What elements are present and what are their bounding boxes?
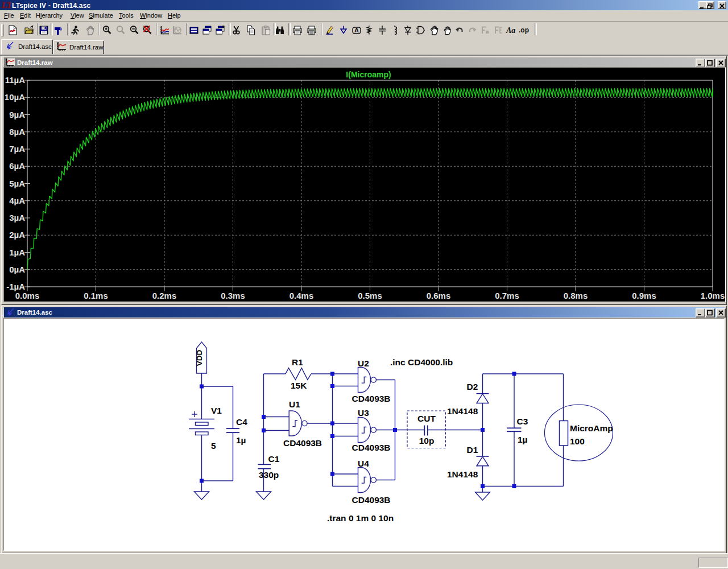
svg-text:VDD: VDD — [195, 350, 204, 366]
svg-text:V1: V1 — [211, 406, 222, 415]
svg-text:0.6ms: 0.6ms — [427, 291, 451, 300]
svg-text:1N4148: 1N4148 — [447, 469, 478, 479]
svg-text:0.0ms: 0.0ms — [15, 291, 40, 300]
svg-text:0.8ms: 0.8ms — [564, 291, 588, 300]
svg-text:100: 100 — [570, 436, 585, 446]
svg-text:CD4093B: CD4093B — [352, 394, 391, 403]
svg-text:0.1ms: 0.1ms — [84, 291, 108, 300]
svg-text:.inc CD4000.lib: .inc CD4000.lib — [390, 357, 453, 367]
svg-text:C1: C1 — [268, 454, 280, 464]
svg-text:1µA: 1µA — [9, 248, 25, 257]
svg-text:1.0ms: 1.0ms — [701, 291, 725, 300]
svg-text:CD4093B: CD4093B — [352, 443, 391, 452]
svg-text:15K: 15K — [291, 381, 307, 390]
svg-text:U1: U1 — [289, 399, 300, 409]
svg-text:0.3ms: 0.3ms — [221, 291, 245, 300]
svg-text:C3: C3 — [517, 417, 528, 426]
svg-text:I(Microamp): I(Microamp) — [346, 70, 391, 79]
svg-text:D1: D1 — [467, 445, 478, 455]
svg-text:10µA: 10µA — [5, 92, 25, 102]
svg-text:0.9ms: 0.9ms — [632, 291, 656, 300]
svg-text:6µA: 6µA — [9, 161, 25, 171]
svg-text:.op: .op — [519, 26, 529, 34]
svg-text:U2: U2 — [358, 358, 369, 368]
svg-text:CD4093B: CD4093B — [283, 438, 322, 448]
svg-text:1µ: 1µ — [518, 435, 528, 444]
svg-text:A: A — [354, 27, 359, 34]
svg-text:.tran 0 1m 0 10n: .tran 0 1m 0 10n — [327, 513, 394, 523]
svg-text:U3: U3 — [358, 408, 369, 418]
svg-text:8µA: 8µA — [9, 127, 25, 137]
svg-text:0.2ms: 0.2ms — [152, 291, 177, 300]
svg-text:7µA: 7µA — [9, 144, 25, 154]
svg-text:U4: U4 — [358, 459, 369, 468]
svg-text:0.4ms: 0.4ms — [289, 291, 314, 300]
svg-text:9µA: 9µA — [9, 110, 25, 119]
svg-text:330p: 330p — [259, 470, 279, 480]
svg-text:5µA: 5µA — [9, 179, 25, 188]
svg-text:CD4093B: CD4093B — [352, 495, 391, 505]
svg-text:5: 5 — [211, 441, 216, 451]
svg-text:-1µA: -1µA — [6, 282, 25, 291]
svg-text:MicroAmp: MicroAmp — [570, 423, 613, 433]
svg-text:10p: 10p — [419, 436, 435, 446]
svg-text:4µA: 4µA — [9, 196, 25, 205]
svg-text:3µA: 3µA — [9, 213, 25, 222]
svg-text:1N4148: 1N4148 — [447, 406, 478, 416]
svg-text:D2: D2 — [467, 382, 478, 391]
svg-text:LT: LT — [2, 1, 11, 10]
svg-text:C4: C4 — [236, 417, 247, 427]
svg-text:0.7ms: 0.7ms — [495, 291, 519, 300]
svg-text:0µA: 0µA — [9, 265, 25, 274]
svg-text:11µA: 11µA — [5, 75, 25, 85]
svg-text:Aa: Aa — [506, 26, 515, 35]
svg-text:2µA: 2µA — [9, 230, 25, 240]
svg-text:1µ: 1µ — [236, 435, 246, 445]
svg-text:0.5ms: 0.5ms — [358, 291, 382, 300]
svg-text:R1: R1 — [292, 357, 303, 367]
svg-text:CUT: CUT — [417, 414, 436, 423]
